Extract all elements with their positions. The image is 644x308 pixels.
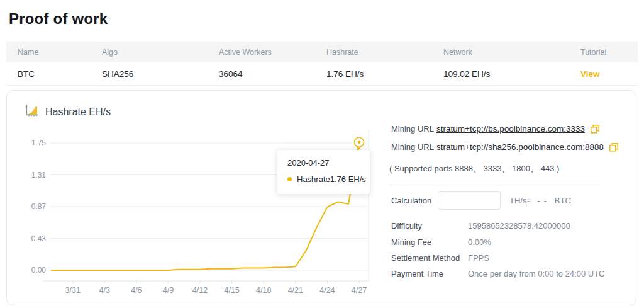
settlement-method-row: Settlement Method FPPS (391, 253, 489, 263)
y-tick-label: 1.31 (31, 171, 47, 180)
cell-coin-name: BTC (6, 69, 91, 79)
table-row: BTC SHA256 36064 1.76 EH/s 109.02 EH/s V… (6, 62, 638, 86)
calculation-label: Calculation (391, 196, 438, 205)
settlement-method-value: FPPS (468, 253, 489, 263)
copy-icon[interactable] (591, 125, 599, 134)
calculation-row: Calculation TH/s≈ - - BTC (391, 191, 571, 210)
x-tick-label: 4/6 (131, 286, 142, 295)
x-tick-label: 4/15 (224, 286, 239, 295)
view-tutorial-link[interactable]: View (580, 69, 600, 79)
page-title: Proof of work (9, 10, 108, 28)
chart-tooltip: 2020-04-27 Hashrate1.76 EH/s (277, 150, 370, 194)
data-point-dot (358, 140, 361, 144)
y-tick-label: 1.75 (31, 139, 47, 147)
col-header-name: Name (6, 48, 91, 57)
mining-url-label-1: Mining URL (391, 124, 436, 134)
divider (389, 185, 600, 185)
y-tick-label: 0.43 (31, 234, 47, 243)
calculation-input[interactable] (438, 191, 501, 210)
mining-fee-label: Mining Fee (391, 237, 468, 247)
hashrate-chart[interactable]: 0.000.430.871.311.753/314/34/64/94/124/1… (7, 91, 384, 306)
x-tick-label: 4/24 (319, 286, 335, 295)
cell-hashrate: 1.76 EH/s (315, 69, 432, 79)
mining-url-row-2: Mining URL stratum+tcp://sha256.poolbina… (391, 142, 618, 152)
pool-table: Name Algo Active Workers Hashrate Networ… (6, 42, 638, 86)
x-tick-label: 4/12 (192, 286, 208, 295)
col-header-tutorial: Tutorial (569, 48, 638, 57)
tooltip-series: Hashrate (297, 174, 330, 184)
mining-url-link-2[interactable]: stratum+tcp://sha256.poolbinance.com:888… (436, 142, 604, 152)
mining-fee-row: Mining Fee 0.00% (391, 237, 491, 247)
payment-time-label: Payment Time (391, 269, 468, 278)
x-tick-label: 4/3 (99, 286, 110, 295)
calc-currency: BTC (555, 196, 571, 205)
cell-network: 109.02 EH/s (432, 69, 569, 79)
difficulty-label: Difficulty (391, 221, 468, 231)
x-tick-label: 3/31 (65, 286, 80, 295)
y-tick-label: 0.87 (31, 202, 47, 211)
x-tick-label: 4/18 (256, 286, 271, 295)
payment-time-row: Payment Time Once per day from 0:00 to 2… (391, 269, 605, 278)
x-tick-label: 4/21 (288, 286, 303, 295)
cell-algo: SHA256 (91, 69, 208, 79)
settlement-method-label: Settlement Method (391, 253, 468, 263)
calc-unit: TH/s≈ (509, 196, 531, 205)
x-tick-label: 4/9 (163, 286, 174, 295)
series-dot-icon (287, 177, 292, 181)
mining-fee-value: 0.00% (468, 237, 491, 247)
tooltip-value: 1.76 EH/s (330, 174, 366, 184)
col-header-active-workers: Active Workers (208, 48, 315, 57)
difficulty-value: 15958652328578.42000000 (468, 221, 570, 231)
table-header: Name Algo Active Workers Hashrate Networ… (6, 42, 638, 62)
col-header-algo: Algo (91, 48, 208, 57)
difficulty-row: Difficulty 15958652328578.42000000 (391, 221, 570, 231)
supported-ports: ( Supported ports 8888、 3333、 1800、 443 … (389, 163, 559, 174)
y-tick-label: 0.00 (31, 266, 47, 275)
hashrate-card: Hashrate EH/s 0.000.430.871.311.753/314/… (6, 90, 636, 305)
mining-url-label-2: Mining URL (391, 142, 436, 152)
col-header-hashrate: Hashrate (315, 48, 432, 57)
cell-active-workers: 36064 (208, 69, 315, 79)
col-header-network: Network (432, 48, 569, 57)
mining-url-link-1[interactable]: stratum+tcp://bs.poolbinance.com:3333 (436, 124, 585, 134)
copy-icon[interactable] (609, 143, 618, 152)
mining-url-row-1: Mining URL stratum+tcp://bs.poolbinance.… (391, 124, 599, 134)
calc-result: - - (538, 196, 547, 205)
x-tick-label: 4/27 (352, 286, 367, 295)
payment-time-value: Once per day from 0:00 to 24:00 UTC (468, 269, 605, 278)
tooltip-date: 2020-04-27 (287, 158, 370, 168)
